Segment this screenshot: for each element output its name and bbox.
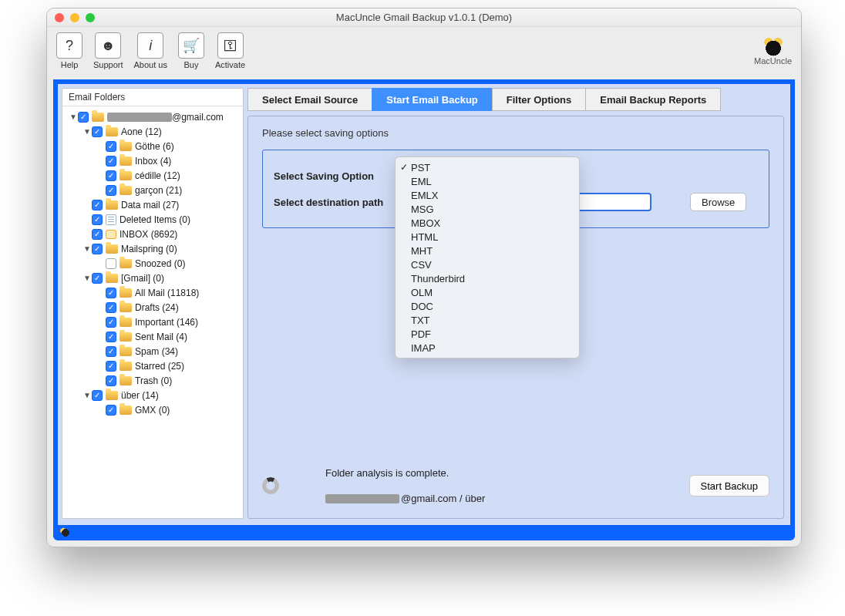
tree-item[interactable]: ✓Inbox (4) [62, 153, 243, 168]
checkbox[interactable]: ✓ [106, 375, 116, 386]
dropdown-item[interactable]: PDF [396, 327, 579, 341]
folder-icon [120, 376, 132, 385]
tree-item-label: Sent Mail (4) [135, 332, 187, 342]
tree-item[interactable]: ✓Starred (25) [62, 358, 243, 373]
checkbox[interactable]: ✓ [92, 126, 103, 137]
folder-icon [120, 142, 132, 151]
panel-title: Please select saving options [262, 127, 769, 139]
question-icon: ? [56, 32, 82, 59]
dropdown-item[interactable]: CSV [396, 258, 579, 271]
tree-item-label: GMX (0) [135, 405, 170, 416]
close-icon[interactable] [55, 13, 64, 22]
tree-item[interactable]: ✓Sent Mail (4) [62, 329, 243, 344]
app-window: MacUncle Gmail Backup v1.0.1 (Demo) ? He… [46, 8, 802, 547]
checkbox[interactable]: ✓ [106, 346, 116, 357]
cart-icon: 🛒 [178, 32, 204, 59]
tab-select-source[interactable]: Select Email Source [247, 88, 372, 111]
tree-item-label: [Gmail] (0) [121, 273, 164, 284]
tree-item-label: Trash (0) [135, 375, 172, 386]
activate-button[interactable]: ⚿ Activate [215, 32, 245, 69]
dropdown-item[interactable]: MHT [396, 244, 579, 258]
tree-item[interactable]: Snoozed (0) [62, 256, 243, 271]
dropdown-item[interactable]: OLM [396, 285, 579, 299]
tree-item[interactable]: ✓GMX (0) [62, 402, 243, 417]
checkbox[interactable]: ✓ [106, 141, 116, 152]
tree-item[interactable]: ▼✓über (14) [62, 388, 243, 402]
tree-item[interactable]: ▼✓[Gmail] (0) [62, 271, 243, 285]
checkbox[interactable]: ✓ [78, 112, 89, 123]
dropdown-item[interactable]: DOC [396, 299, 579, 313]
help-button[interactable]: ? Help [56, 32, 82, 69]
checkbox[interactable]: ✓ [92, 244, 103, 254]
tree-item[interactable]: ▼✓Aone (12) [62, 124, 243, 139]
start-backup-button[interactable]: Start Backup [689, 475, 769, 497]
checkbox[interactable]: ✓ [106, 302, 116, 313]
dropdown-item[interactable]: MBOX [396, 216, 579, 230]
disclosure-triangle-icon[interactable]: ▼ [69, 113, 78, 121]
folder-icon [106, 391, 118, 400]
zoom-icon[interactable] [86, 13, 95, 22]
tab-filter-options[interactable]: Filter Options [492, 88, 587, 111]
dropdown-item[interactable]: MSG [396, 202, 579, 216]
checkbox[interactable]: ✓ [106, 317, 116, 328]
key-icon: ⚿ [217, 32, 244, 59]
folder-icon [106, 200, 118, 210]
dropdown-item[interactable]: EMLX [396, 188, 579, 202]
dropdown-item[interactable]: IMAP [396, 341, 579, 355]
tree-item[interactable]: ✓All Mail (11818) [62, 285, 243, 300]
tree-item[interactable]: ✓Drafts (24) [62, 300, 243, 315]
tab-start-backup[interactable]: Start Email Backup [372, 88, 493, 111]
checkbox[interactable]: ✓ [92, 214, 103, 225]
tree-item[interactable]: ✓Göthe (6) [62, 139, 243, 153]
tree-item[interactable]: ✓cédille (12) [62, 168, 243, 183]
dropdown-item[interactable]: TXT [396, 313, 579, 327]
status-text: Folder analysis is complete. [325, 467, 485, 479]
about-button[interactable]: i About us [134, 32, 167, 69]
browse-button[interactable]: Browse [690, 193, 746, 211]
support-button[interactable]: ☻ Support [93, 32, 123, 69]
tree-item[interactable]: ✓Trash (0) [62, 373, 243, 388]
folder-tree[interactable]: ▼✓@gmail.com▼✓Aone (12)✓Göthe (6)✓Inbox … [62, 106, 243, 518]
tree-item-label: Data mail (27) [121, 200, 179, 210]
saving-option-label: Select Saving Option [274, 170, 405, 182]
folder-icon [120, 186, 132, 195]
tree-item[interactable]: ▼✓@gmail.com [62, 109, 243, 124]
folder-icon [120, 362, 132, 371]
tree-item[interactable]: ✓Deleted Items (0) [62, 212, 243, 227]
dropdown-item[interactable]: HTML [396, 230, 579, 244]
disclosure-triangle-icon[interactable]: ▼ [82, 127, 92, 136]
tree-item[interactable]: ✓garçon (21) [62, 183, 243, 197]
checkbox[interactable] [106, 258, 116, 269]
tree-item[interactable]: ✓Important (146) [62, 315, 243, 329]
disclosure-triangle-icon[interactable]: ▼ [82, 244, 92, 253]
folder-icon [120, 347, 132, 356]
saving-option-dropdown[interactable]: ✓PSTEMLEMLXMSGMBOXHTMLMHTCSVThunderbirdO… [395, 157, 580, 358]
checkbox[interactable]: ✓ [92, 390, 103, 401]
folder-icon [120, 332, 132, 342]
checkbox[interactable]: ✓ [92, 273, 103, 284]
checkbox[interactable]: ✓ [92, 229, 103, 240]
minimize-icon[interactable] [70, 13, 79, 22]
checkbox[interactable]: ✓ [106, 288, 116, 298]
tree-item-label: cédille (12) [135, 170, 180, 181]
tab-backup-reports[interactable]: Email Backup Reports [585, 88, 721, 111]
tree-item[interactable]: ✓Spam (34) [62, 344, 243, 358]
checkbox[interactable]: ✓ [106, 170, 116, 181]
checkbox[interactable]: ✓ [106, 185, 116, 196]
checkbox[interactable]: ✓ [92, 200, 103, 210]
tree-item[interactable]: ▼✓Mailspring (0) [62, 241, 243, 256]
checkbox[interactable]: ✓ [106, 332, 116, 342]
disclosure-triangle-icon[interactable]: ▼ [82, 391, 92, 399]
buy-button[interactable]: 🛒 Buy [178, 32, 204, 69]
tree-item[interactable]: ✓INBOX (8692) [62, 227, 243, 241]
checkbox[interactable]: ✓ [106, 361, 116, 372]
spinner-icon [262, 477, 279, 494]
dropdown-item[interactable]: EML [396, 174, 579, 188]
dropdown-item[interactable]: ✓PST [396, 160, 579, 174]
disclosure-triangle-icon[interactable]: ▼ [82, 274, 92, 282]
tree-item[interactable]: ✓Data mail (27) [62, 197, 243, 212]
inbox-icon [106, 230, 116, 239]
checkbox[interactable]: ✓ [106, 156, 116, 167]
checkbox[interactable]: ✓ [106, 405, 116, 416]
dropdown-item[interactable]: Thunderbird [396, 271, 579, 285]
